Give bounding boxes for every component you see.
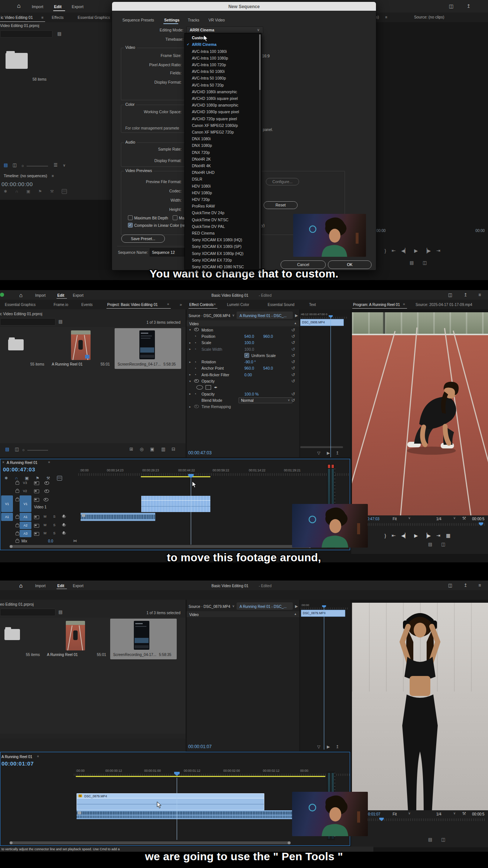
source-patch-icon[interactable] [34, 498, 39, 502]
source-patch-icon[interactable] [34, 489, 39, 493]
comparison-view-icon[interactable]: ◫ [441, 837, 445, 842]
video-clip-f2[interactable] [141, 496, 210, 512]
ec-timecode-f3[interactable]: 00:00:01:07 [188, 744, 211, 749]
dropdown-item[interactable]: Custom [185, 34, 261, 41]
video-clip-f3[interactable]: fx DSC_0879.MP4 [77, 793, 264, 810]
source-v1-box[interactable]: V1 [1, 495, 13, 512]
ec-row-anti-flicker[interactable]: ▸◔Anti-flicker Filter0.00↺ [187, 371, 299, 378]
project-panel-menu-icon[interactable]: ≡ [167, 303, 169, 306]
workspaces-icon[interactable]: ◫ [448, 583, 452, 588]
ec-playhead-f3[interactable] [324, 608, 324, 750]
playhead-line-f2[interactable] [191, 478, 191, 545]
timeline-hscrollbar-f3[interactable] [11, 841, 289, 844]
dropdown-item[interactable]: AVC-Intra 50 1080p [185, 75, 261, 81]
dropdown-item[interactable]: QuickTime DV PAL [185, 223, 261, 230]
program-timecode-f3[interactable]: 00:01:07 [366, 812, 380, 816]
ec-row-position[interactable]: ◔Position540.0960.0↺ [187, 333, 299, 339]
anchor-y-value[interactable]: 540.0 [263, 366, 282, 370]
zoom-fit-select[interactable]: Fit [393, 517, 397, 521]
composite-checkbox[interactable]: ✓ [128, 223, 133, 228]
dropdown-item[interactable]: DNX 1080p [185, 142, 261, 149]
captions-icon[interactable]: CC [62, 189, 67, 194]
ec-row-scale-width[interactable]: ▸◔Scale Width100.0↺ [187, 346, 299, 352]
program-mini-ruler-f2[interactable] [353, 523, 486, 526]
dropdown-item[interactable]: AVC-Intra 100 1080p [185, 55, 261, 61]
reset-icon[interactable]: ↺ [291, 359, 295, 364]
ec-row-opacity[interactable]: ▸◔Opacity100.0 %↺ [187, 391, 299, 397]
dropdown-item[interactable]: AVC-Intra 50 720p [185, 81, 261, 88]
linked-selection-icon[interactable]: ▣ [26, 189, 30, 194]
dropdown-item[interactable]: DNxHR UHD [185, 169, 261, 176]
fx-enabled-icon[interactable] [194, 328, 199, 331]
ec-hscroll-f2[interactable] [300, 446, 343, 448]
playback-quality-select[interactable]: 1/4 [436, 517, 441, 521]
rotation-value[interactable]: -90.0 ° [244, 360, 263, 364]
fit-chevron-icon[interactable]: ∨ [408, 812, 411, 815]
track-row-v2[interactable]: V2 [0, 487, 79, 495]
source-patch-icon[interactable] [34, 524, 39, 528]
marker-icon[interactable]: ⚑ [38, 189, 42, 194]
find-icon[interactable]: ◎ [140, 447, 143, 452]
track-a3-box[interactable]: A3 [20, 530, 31, 537]
menu-import[interactable]: Import [35, 584, 45, 588]
track-label-v2[interactable]: V2 [23, 489, 27, 493]
dropdown-item[interactable]: Sony XDCAM HD 1080 NTSC [185, 263, 261, 270]
menu-export[interactable]: Export [73, 293, 84, 297]
meter-clip-indicator[interactable] [332, 465, 334, 468]
proxy-icon[interactable]: ▦ [446, 533, 450, 538]
share-icon[interactable]: ↥ [464, 583, 467, 588]
menu-edit[interactable]: Edit [54, 4, 62, 9]
screenrecording-thumbnail-f3[interactable] [134, 621, 149, 650]
tab-essential-graphics[interactable]: Essential Graphics [78, 16, 110, 20]
play-icon[interactable]: ▶ [414, 248, 418, 253]
work-area-bar-f3[interactable] [76, 776, 325, 777]
play-icon[interactable]: ▶ [414, 533, 418, 538]
ec-chevron[interactable]: ∨ [232, 605, 235, 608]
list-view-button[interactable]: ◫ [13, 163, 17, 168]
step-forward-icon[interactable]: ▕▶ [423, 533, 431, 538]
mix-value[interactable]: 0.0 [48, 539, 53, 543]
tab-essential-sound[interactable]: Essential Sound [268, 303, 294, 307]
zoom-slider-handle[interactable]: ○ [22, 448, 25, 452]
ec-collapse-icon[interactable]: ▲ [294, 613, 297, 616]
panel-menu-icon[interactable]: ≡ [41, 16, 44, 20]
mute-button[interactable]: M [44, 532, 47, 535]
tab-effects[interactable]: Effects [52, 16, 64, 20]
list-view-button[interactable]: ▤ [5, 447, 9, 452]
twirl-icon[interactable]: ▸ [189, 373, 194, 376]
ec-timecode-f2[interactable]: 00:00:47:03 [188, 451, 211, 455]
step-back-icon[interactable]: ◀▏ [401, 533, 409, 538]
dropdown-item[interactable]: DSLR [185, 176, 261, 182]
scroll-handle-left[interactable] [10, 841, 13, 844]
share-icon[interactable]: ↥ [467, 4, 471, 9]
timeline-menu-icon[interactable]: ≡ [48, 461, 50, 464]
track-a1-box[interactable]: A1 [20, 513, 31, 521]
export-frame-icon[interactable]: ▤ [410, 260, 414, 265]
folder-thumbnail[interactable] [6, 53, 28, 69]
scroll-handle-left[interactable] [10, 545, 13, 548]
quality-chevron-icon[interactable]: ∨ [453, 812, 456, 815]
playback-quality-select[interactable]: 1/4 [436, 812, 441, 816]
sort-chevron-icon[interactable]: ∨ [63, 163, 65, 167]
uniform-scale-checkbox[interactable]: ✓ [244, 353, 249, 358]
dropdown-item[interactable]: AVCHD 1080p square pixel [185, 108, 261, 115]
screenrecording-label[interactable]: ScreenRecording_04-17... [118, 362, 161, 366]
new-folder-icon-f3[interactable]: ▤ [58, 610, 62, 615]
lock-icon[interactable] [16, 540, 19, 543]
new-item-icon[interactable]: ▥ [161, 447, 165, 452]
ec-filter-icon[interactable]: ▽ [317, 744, 320, 749]
reset-icon[interactable]: ↺ [291, 327, 295, 333]
playhead-line-f3[interactable] [177, 778, 177, 840]
timeline-tab-f2[interactable]: A Running Reel 01 [7, 461, 37, 465]
ec-export-icon[interactable]: ↥ [336, 451, 339, 455]
max-render-checkbox[interactable] [173, 215, 177, 220]
tab-essential-graphics[interactable]: Essential Graphics [5, 303, 35, 307]
dropdown-item[interactable]: DNxHR 2K [185, 156, 261, 162]
mark-out-icon[interactable]: } [384, 533, 386, 538]
window-menu-icon[interactable]: ≡ [478, 583, 481, 588]
menu-export[interactable]: Export [72, 4, 84, 9]
mark-out-icon[interactable]: } [384, 248, 386, 253]
ellipse-mask-icon[interactable] [196, 385, 203, 390]
reset-button[interactable]: Reset [264, 201, 298, 209]
track-row-v1[interactable]: V1 V1 Video 1 [0, 495, 79, 512]
